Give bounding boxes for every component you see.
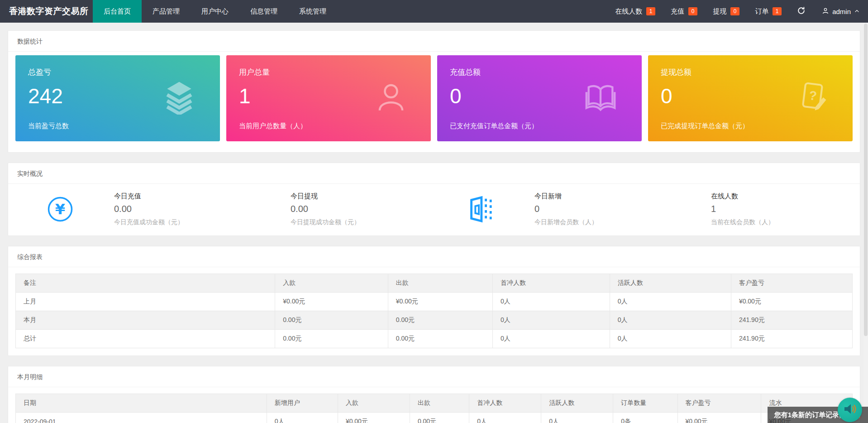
realtime-value: 0.00 xyxy=(291,204,426,214)
status-orders[interactable]: 订单 1 xyxy=(755,7,782,16)
brand-title: 香港数字资产交易所 xyxy=(0,0,93,23)
menu-item-system[interactable]: 系统管理 xyxy=(288,0,337,23)
column-header: 新增用户 xyxy=(267,394,338,413)
menu-item-users[interactable]: 用户中心 xyxy=(191,0,239,23)
stat-card-title: 总盈亏 xyxy=(28,67,207,77)
status-badge: 0 xyxy=(730,7,739,15)
column-header: 首冲人数 xyxy=(492,274,610,293)
menu-item-products[interactable]: 产品管理 xyxy=(142,0,191,23)
speaker-icon xyxy=(843,402,857,418)
svg-text:¥: ¥ xyxy=(55,201,65,218)
status-badge: 0 xyxy=(688,7,697,15)
table-cell: 上月 xyxy=(16,293,275,311)
table-row: 本月 0.00元 0.00元 0人 0人 241.90元 xyxy=(16,311,853,330)
stat-card-total-recharge: 充值总额 0 已支付充值订单总金额（元） xyxy=(437,55,642,141)
menu-item-dashboard[interactable]: 后台首页 xyxy=(93,0,142,23)
status-label: 充值 xyxy=(671,7,684,16)
status-badge: 1 xyxy=(646,7,655,15)
table-cell: ¥0.00元 xyxy=(338,413,410,423)
table-cell: 0人 xyxy=(492,293,610,311)
toast-message: 您有1条新的订单记录, xyxy=(774,411,841,419)
realtime-label: 今日充值 xyxy=(114,192,250,201)
stat-card-title: 充值总额 xyxy=(450,67,629,77)
scrollbar-thumb[interactable] xyxy=(864,24,868,336)
table-row: 总计 0.00元 0.00元 0人 0人 241.90元 xyxy=(16,330,853,348)
table-cell: 2022-09-01 xyxy=(16,413,267,423)
column-header: 入款 xyxy=(338,394,410,413)
table-cell: 0人 xyxy=(610,293,731,311)
month-detail-table: 日期 新增用户 入款 出款 首冲人数 活跃人数 订单数量 客户盈亏 流水 202… xyxy=(15,394,853,423)
realtime-item-new-today: 今日新增 0 今日新增会员数（人） xyxy=(534,192,670,226)
table-cell: ¥0.00元 xyxy=(275,293,388,311)
column-header: 日期 xyxy=(16,394,267,413)
realtime-group-money: ¥ 今日充值 0.00 今日充值成功金额（元） 今日提现 0.00 今日提现成功… xyxy=(15,192,434,226)
menu-item-label: 系统管理 xyxy=(299,7,326,16)
realtime-value: 0.00 xyxy=(114,204,250,214)
summary-report-table-wrap: 备注 入款 出款 首冲人数 活跃人数 客户盈亏 上月 ¥0.00元 ¥0.00元… xyxy=(8,267,860,356)
menu-item-label: 后台首页 xyxy=(104,7,131,16)
column-header: 出款 xyxy=(410,394,469,413)
table-cell: 本月 xyxy=(16,311,275,330)
table-cell: 0.00元 xyxy=(275,311,388,330)
stats-panel: 数据统计 总盈亏 242 当前盈亏总数 用户总量 1 当前用户总 xyxy=(8,30,860,153)
status-recharge[interactable]: 充值 0 xyxy=(671,7,697,16)
realtime-item-online: 在线人数 1 当前在线会员数（人） xyxy=(711,192,847,226)
realtime-group-members: 今日新增 0 今日新增会员数（人） 在线人数 1 当前在线会员数（人） xyxy=(434,192,853,226)
stat-cards-row: 总盈亏 242 当前盈亏总数 用户总量 1 当前用户总数量（人） xyxy=(8,52,860,152)
status-online-users[interactable]: 在线人数 1 xyxy=(615,7,655,16)
chevron-up-icon xyxy=(854,8,860,15)
user-name: admin xyxy=(832,8,851,15)
month-detail-table-wrap: 日期 新增用户 入款 出款 首冲人数 活跃人数 订单数量 客户盈亏 流水 202… xyxy=(8,387,860,423)
table-cell: 0人 xyxy=(267,413,338,423)
table-row: 上月 ¥0.00元 ¥0.00元 0人 0人 ¥0.00元 xyxy=(16,293,853,311)
table-header-row: 备注 入款 出款 首冲人数 活跃人数 客户盈亏 xyxy=(16,274,853,293)
navbar-right: 在线人数 1 充值 0 提现 0 订单 1 xyxy=(615,0,868,23)
realtime-label: 今日提现 xyxy=(291,192,426,201)
month-detail-title: 本月明细 xyxy=(8,366,860,387)
summary-report-title: 综合报表 xyxy=(8,246,860,267)
table-cell: 0.00元 xyxy=(410,413,469,423)
status-label: 在线人数 xyxy=(615,7,642,16)
stat-card-title: 用户总量 xyxy=(239,67,418,77)
sound-notification-button[interactable] xyxy=(838,398,862,422)
realtime-desc: 今日提现成功金额（元） xyxy=(291,218,426,226)
column-header: 出款 xyxy=(388,274,492,293)
table-cell: 0条 xyxy=(613,413,677,423)
realtime-desc: 当前在线会员数（人） xyxy=(711,218,847,226)
status-withdraw[interactable]: 提现 0 xyxy=(713,7,739,16)
status-label: 订单 xyxy=(755,7,768,16)
realtime-desc: 今日新增会员数（人） xyxy=(534,218,670,226)
table-cell: ¥0.00元 xyxy=(731,293,852,311)
user-dropdown[interactable]: admin xyxy=(822,7,860,16)
refresh-icon xyxy=(797,6,806,17)
table-cell: 0.00元 xyxy=(388,330,492,348)
main-menu: 后台首页 产品管理 用户中心 信息管理 系统管理 xyxy=(93,0,337,23)
vertical-scrollbar[interactable] xyxy=(863,23,868,423)
stat-card-desc: 当前用户总数量（人） xyxy=(239,122,307,130)
column-header: 备注 xyxy=(16,274,275,293)
user-icon xyxy=(375,81,407,115)
table-cell: 0.00元 xyxy=(275,330,388,348)
column-header: 客户盈亏 xyxy=(677,394,761,413)
book-icon xyxy=(583,80,618,117)
realtime-panel: 实时概况 ¥ 今日充值 0.00 今日充值成功金额（元） 今日提现 0.00 xyxy=(8,163,860,236)
table-cell: 0人 xyxy=(492,330,610,348)
main-content: 数据统计 总盈亏 242 当前盈亏总数 用户总量 1 当前用户总 xyxy=(0,23,868,423)
table-cell: 0人 xyxy=(610,330,731,348)
stat-card-total-withdraw: 提现总额 0 已完成提现订单总金额（元） ? xyxy=(648,55,853,141)
realtime-item-today-withdraw: 今日提现 0.00 今日提现成功金额（元） xyxy=(291,192,426,226)
stat-card-total-pnl: 总盈亏 242 当前盈亏总数 xyxy=(15,55,220,141)
column-header: 入款 xyxy=(275,274,388,293)
table-cell: 0人 xyxy=(469,413,541,423)
status-label: 提现 xyxy=(713,7,726,16)
table-row: 2022-09-01 0人 ¥0.00元 0.00元 0人 0人 0条 ¥0.0… xyxy=(16,413,853,423)
column-header: 活跃人数 xyxy=(610,274,731,293)
table-cell: ¥0.00元 xyxy=(388,293,492,311)
column-header: 活跃人数 xyxy=(541,394,613,413)
realtime-panel-title: 实时概况 xyxy=(8,163,860,184)
realtime-label: 今日新增 xyxy=(534,192,670,201)
refresh-button[interactable] xyxy=(797,6,806,17)
table-cell: 0人 xyxy=(492,311,610,330)
svg-text:?: ? xyxy=(808,88,818,103)
menu-item-info[interactable]: 信息管理 xyxy=(239,0,288,23)
